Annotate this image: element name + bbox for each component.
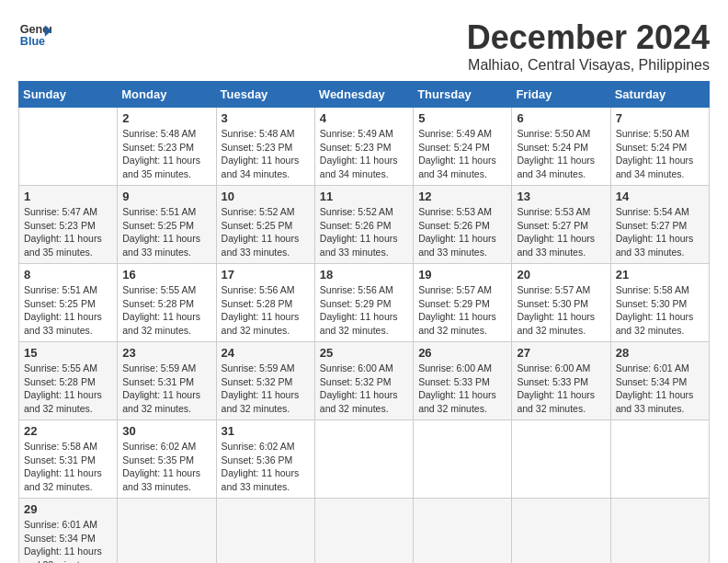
calendar-cell [314, 420, 413, 499]
calendar-cell [118, 499, 216, 564]
day-number: 31 [222, 424, 310, 438]
day-number: 29 [24, 502, 112, 516]
header-row: SundayMondayTuesdayWednesdayThursdayFrid… [19, 82, 710, 108]
day-info: Sunrise: 6:02 AMSunset: 5:36 PMDaylight:… [222, 440, 310, 494]
day-info: Sunrise: 5:54 AMSunset: 5:27 PMDaylight:… [616, 205, 704, 259]
calendar-cell [610, 420, 709, 499]
day-number: 20 [517, 268, 605, 282]
day-number: 30 [122, 424, 210, 438]
calendar-cell: 14Sunrise: 5:54 AMSunset: 5:27 PMDayligh… [610, 186, 709, 264]
day-info: Sunrise: 5:52 AMSunset: 5:25 PMDaylight:… [222, 205, 310, 259]
calendar-cell: 28Sunrise: 6:01 AMSunset: 5:34 PMDayligh… [610, 342, 709, 420]
day-info: Sunrise: 5:53 AMSunset: 5:26 PMDaylight:… [418, 205, 506, 259]
calendar-cell: 25Sunrise: 6:00 AMSunset: 5:32 PMDayligh… [314, 342, 413, 420]
day-info: Sunrise: 6:02 AMSunset: 5:35 PMDaylight:… [122, 440, 210, 494]
day-number: 7 [616, 111, 704, 125]
col-header-tuesday: Tuesday [216, 82, 314, 108]
calendar-cell: 6Sunrise: 5:50 AMSunset: 5:24 PMDaylight… [512, 108, 610, 186]
calendar-cell [512, 499, 610, 564]
day-number: 17 [222, 268, 310, 282]
week-row-2: 1Sunrise: 5:47 AMSunset: 5:23 PMDaylight… [19, 186, 710, 264]
calendar-cell: 24Sunrise: 5:59 AMSunset: 5:32 PMDayligh… [216, 342, 314, 420]
header: General Blue December 2024 Malhiao, Cent… [18, 18, 710, 74]
calendar-cell [216, 499, 314, 564]
day-number: 12 [418, 190, 506, 203]
day-number: 28 [616, 346, 704, 360]
day-number: 26 [418, 346, 506, 360]
day-info: Sunrise: 5:50 AMSunset: 5:24 PMDaylight:… [616, 127, 704, 181]
calendar-cell: 11Sunrise: 5:52 AMSunset: 5:26 PMDayligh… [314, 186, 413, 264]
col-header-monday: Monday [118, 82, 216, 108]
day-number: 27 [517, 346, 605, 360]
day-number: 2 [122, 111, 210, 125]
day-info: Sunrise: 5:51 AMSunset: 5:25 PMDaylight:… [24, 283, 112, 338]
day-info: Sunrise: 6:01 AMSunset: 5:34 PMDaylight:… [616, 362, 704, 416]
day-number: 14 [616, 190, 704, 203]
day-number: 15 [24, 346, 112, 360]
col-header-thursday: Thursday [414, 82, 512, 108]
day-info: Sunrise: 6:00 AMSunset: 5:33 PMDaylight:… [517, 362, 605, 416]
calendar-cell: 31Sunrise: 6:02 AMSunset: 5:36 PMDayligh… [216, 420, 314, 499]
col-header-wednesday: Wednesday [314, 82, 413, 108]
calendar-cell: 12Sunrise: 5:53 AMSunset: 5:26 PMDayligh… [414, 186, 512, 264]
day-info: Sunrise: 6:00 AMSunset: 5:32 PMDaylight:… [320, 362, 408, 416]
calendar-table: SundayMondayTuesdayWednesdayThursdayFrid… [18, 81, 710, 563]
day-info: Sunrise: 5:51 AMSunset: 5:25 PMDaylight:… [122, 205, 210, 259]
calendar-cell [512, 420, 610, 499]
week-row-1: 2Sunrise: 5:48 AMSunset: 5:23 PMDaylight… [19, 108, 710, 186]
day-number: 6 [517, 111, 605, 125]
day-number: 16 [122, 268, 210, 282]
calendar-cell: 1Sunrise: 5:47 AMSunset: 5:23 PMDaylight… [19, 186, 118, 264]
col-header-sunday: Sunday [19, 82, 118, 108]
day-number: 18 [320, 268, 408, 282]
calendar-cell: 9Sunrise: 5:51 AMSunset: 5:25 PMDaylight… [118, 186, 216, 264]
calendar-cell: 4Sunrise: 5:49 AMSunset: 5:23 PMDaylight… [314, 108, 413, 186]
day-info: Sunrise: 5:56 AMSunset: 5:28 PMDaylight:… [222, 283, 310, 338]
calendar-cell: 30Sunrise: 6:02 AMSunset: 5:35 PMDayligh… [118, 420, 216, 499]
calendar-cell: 2Sunrise: 5:48 AMSunset: 5:23 PMDaylight… [118, 108, 216, 186]
logo-icon: General Blue [18, 18, 51, 52]
week-row-3: 8Sunrise: 5:51 AMSunset: 5:25 PMDaylight… [19, 264, 710, 342]
day-number: 13 [517, 190, 605, 203]
calendar-cell: 5Sunrise: 5:49 AMSunset: 5:24 PMDaylight… [414, 108, 512, 186]
calendar-cell: 16Sunrise: 5:55 AMSunset: 5:28 PMDayligh… [118, 264, 216, 342]
day-number: 1 [24, 190, 112, 203]
title-area: December 2024 Malhiao, Central Visayas, … [467, 18, 710, 74]
calendar-cell: 29Sunrise: 6:01 AMSunset: 5:34 PMDayligh… [19, 499, 118, 564]
calendar-cell: 27Sunrise: 6:00 AMSunset: 5:33 PMDayligh… [512, 342, 610, 420]
calendar-cell: 3Sunrise: 5:48 AMSunset: 5:23 PMDaylight… [216, 108, 314, 186]
calendar-cell: 21Sunrise: 5:58 AMSunset: 5:30 PMDayligh… [610, 264, 709, 342]
logo: General Blue [18, 18, 51, 52]
day-number: 3 [222, 111, 310, 125]
day-info: Sunrise: 5:47 AMSunset: 5:23 PMDaylight:… [24, 205, 112, 259]
day-info: Sunrise: 6:00 AMSunset: 5:33 PMDaylight:… [418, 362, 506, 416]
calendar-cell [610, 499, 709, 564]
day-number: 21 [616, 268, 704, 282]
day-info: Sunrise: 5:57 AMSunset: 5:30 PMDaylight:… [517, 283, 605, 338]
day-info: Sunrise: 5:53 AMSunset: 5:27 PMDaylight:… [517, 205, 605, 259]
calendar-cell [414, 420, 512, 499]
week-row-5: 22Sunrise: 5:58 AMSunset: 5:31 PMDayligh… [19, 420, 710, 499]
calendar-cell: 13Sunrise: 5:53 AMSunset: 5:27 PMDayligh… [512, 186, 610, 264]
col-header-friday: Friday [512, 82, 610, 108]
day-number: 25 [320, 346, 408, 360]
day-info: Sunrise: 5:49 AMSunset: 5:23 PMDaylight:… [320, 127, 408, 181]
day-number: 8 [24, 268, 112, 282]
day-info: Sunrise: 5:55 AMSunset: 5:28 PMDaylight:… [122, 283, 210, 338]
day-info: Sunrise: 5:55 AMSunset: 5:28 PMDaylight:… [24, 362, 112, 416]
calendar-cell: 19Sunrise: 5:57 AMSunset: 5:29 PMDayligh… [414, 264, 512, 342]
day-number: 24 [222, 346, 310, 360]
day-info: Sunrise: 5:48 AMSunset: 5:23 PMDaylight:… [122, 127, 210, 181]
calendar-cell [414, 499, 512, 564]
day-number: 10 [222, 190, 310, 203]
calendar-cell: 10Sunrise: 5:52 AMSunset: 5:25 PMDayligh… [216, 186, 314, 264]
day-info: Sunrise: 5:56 AMSunset: 5:29 PMDaylight:… [320, 283, 408, 338]
week-row-4: 15Sunrise: 5:55 AMSunset: 5:28 PMDayligh… [19, 342, 710, 420]
day-number: 22 [24, 424, 112, 438]
day-info: Sunrise: 6:01 AMSunset: 5:34 PMDaylight:… [24, 518, 112, 563]
calendar-cell: 7Sunrise: 5:50 AMSunset: 5:24 PMDaylight… [610, 108, 709, 186]
calendar-cell: 20Sunrise: 5:57 AMSunset: 5:30 PMDayligh… [512, 264, 610, 342]
svg-text:Blue: Blue [20, 35, 45, 48]
day-info: Sunrise: 5:49 AMSunset: 5:24 PMDaylight:… [418, 127, 506, 181]
col-header-saturday: Saturday [610, 82, 709, 108]
